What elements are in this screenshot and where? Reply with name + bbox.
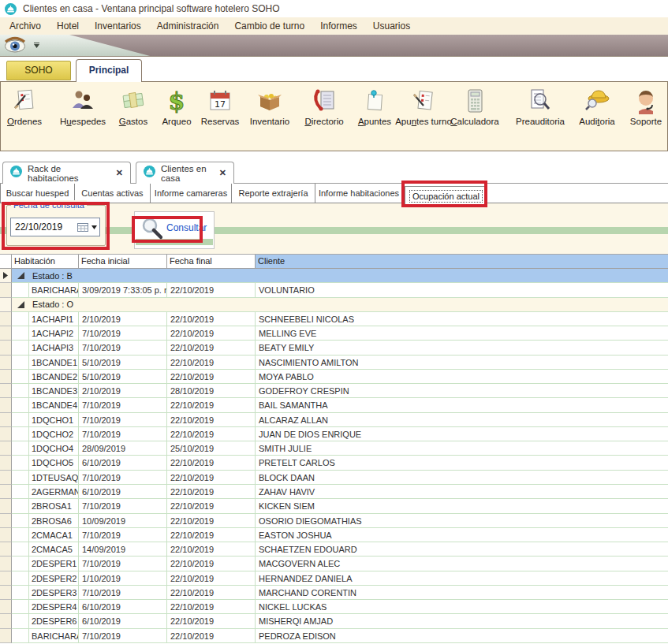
group-row[interactable]: Estado : O [0, 298, 668, 312]
menu-usuarios[interactable]: Usuarios [365, 18, 418, 34]
filter-panel: Fecha de consulta Consultar [0, 203, 668, 254]
table-row[interactable]: 2BROSA17/10/201922/10/2019KICKEN SIEM [0, 499, 668, 513]
group-row[interactable]: Estado : B [0, 269, 668, 283]
cell-fecha-final: 22/10/2019 [167, 514, 256, 528]
toolbar-item-apuntes-turno[interactable]: Apuntes turno [395, 87, 452, 126]
table-row[interactable]: 1BCANDE32/10/201928/10/2019GODEFROY CRES… [0, 384, 668, 398]
menu-cambio-de-turno[interactable]: Cambio de turno [226, 18, 312, 34]
cell-cliente: PEDROZA EDISON [256, 629, 668, 643]
doc-tab-rack-de-habitaciones[interactable]: Rack de habitaciones ✕ [2, 162, 131, 184]
cell-fecha-inicial: 7/10/2019 [79, 326, 167, 341]
row-indicator [0, 499, 12, 513]
tab-principal[interactable]: Principal [76, 59, 142, 82]
doc-tab-clientes-en-casa[interactable]: Clientes en casa ✕ [136, 162, 234, 184]
header-indicator-cell [0, 255, 12, 269]
table-row[interactable]: 1DQCHO428/09/201925/10/2019SMITH JULIE [0, 441, 668, 456]
table-row[interactable]: 2DESPER21/10/201922/10/2019HERNANDEZ DAN… [0, 571, 668, 586]
eye-view-button[interactable] [1, 35, 29, 55]
report-tab-informe-camareras[interactable]: Informe camareras [151, 184, 232, 203]
table-row[interactable]: 1ACHAPI37/10/201922/10/2019BEATY EMILY [0, 341, 668, 355]
cell-fecha-final: 22/10/2019 [167, 456, 256, 470]
toolbar-item-calculadora[interactable]: Calculadora [446, 87, 503, 126]
cell-cliente: GODEFROY CRESPIN [256, 384, 668, 398]
table-row[interactable]: 1DQCHO56/10/201922/10/2019PRETELT CARLOS [0, 456, 668, 470]
table-row[interactable]: 1DQCHO27/10/201922/10/2019JUAN DE DIOS E… [0, 427, 668, 441]
menu-administracion[interactable]: Administración [149, 18, 227, 34]
group-indent [12, 370, 29, 384]
table-row[interactable]: 1DTEUSAQ7/10/201922/10/2019BLOCK DAAN [0, 471, 668, 485]
menu-informes[interactable]: Informes [312, 18, 365, 34]
cell-fecha-inicial: 5/10/2019 [79, 370, 167, 384]
table-row[interactable]: 1ACHAPI12/10/201922/10/2019SCHNEEBELI NI… [0, 312, 668, 326]
cell-fecha-final: 22/10/2019 [167, 370, 256, 384]
table-row[interactable]: BARICHARA3/09/2019 7:33:05 p. m.22/10/20… [0, 283, 668, 297]
cell-habitacion: 1ACHAPI3 [29, 341, 79, 355]
close-icon[interactable]: ✕ [219, 168, 226, 178]
consultar-label: Consultar [166, 222, 207, 233]
toolbar-item-ordenes[interactable]: Ordenes [0, 87, 53, 126]
toolbar-item-inventario[interactable]: Inventario [241, 87, 298, 126]
toolbar-item-directorio[interactable]: Directorio [296, 87, 353, 126]
toolbar-item-huespedes[interactable]: Huespedes [54, 87, 111, 126]
consultar-button[interactable]: Consultar [134, 211, 215, 249]
cell-cliente: OSORIO DIEGOMATHIAS [256, 514, 668, 528]
close-icon[interactable]: ✕ [116, 168, 123, 178]
table-row[interactable]: 2DESPER17/10/201922/10/2019MACGOVERN ALE… [0, 557, 668, 571]
table-row[interactable]: 2CMACA17/10/201922/10/2019EASTON JOSHUA [0, 528, 668, 542]
report-tab-ocupacion-actual[interactable]: Ocupación actual [405, 186, 487, 205]
expand-icon[interactable] [17, 272, 24, 279]
toolbar-item-preauditoria[interactable]: Preauditoria [512, 87, 569, 126]
row-indicator [0, 370, 12, 384]
table-row[interactable]: 1BCANDE47/10/201922/10/2019BAIL SAMANTHA [0, 398, 668, 412]
cell-fecha-final: 22/10/2019 [167, 283, 256, 297]
cell-habitacion: 1DQCHO4 [29, 441, 79, 456]
cell-cliente: BEATY EMILY [256, 341, 668, 355]
expand-icon[interactable] [17, 301, 24, 308]
cell-habitacion: 1DQCHO2 [29, 427, 79, 441]
table-row[interactable]: 2DESPER46/10/201922/10/2019NICKEL LUCKAS [0, 600, 668, 614]
date-combo[interactable] [10, 218, 100, 236]
table-row[interactable]: 1DQCHO17/10/201922/10/2019ALCARAZ ALLAN [0, 413, 668, 427]
toolbar-item-soporte[interactable]: Soporte [618, 87, 668, 126]
menu-archivo[interactable]: Archivo [2, 18, 49, 34]
tab-soho[interactable]: SOHO [6, 61, 71, 80]
group-indent [12, 398, 29, 412]
column-header-habitacion[interactable]: Habitación [12, 255, 79, 269]
cell-cliente: JUAN DE DIOS ENRIQUE [256, 427, 668, 441]
row-indicator [0, 326, 12, 341]
column-header-cliente[interactable]: Cliente [256, 255, 668, 269]
toolbar-options-button[interactable] [30, 38, 43, 53]
toolbar-item-reservas[interactable]: 17Reservas [192, 87, 248, 126]
menu-hotel[interactable]: Hotel [49, 18, 87, 34]
table-row[interactable]: 2DESPER66/10/201922/10/2019MISHERQI AMJA… [0, 614, 668, 628]
cell-fecha-inicial: 7/10/2019 [79, 629, 167, 643]
date-input[interactable] [11, 221, 77, 233]
menu-inventarios[interactable]: Inventarios [87, 18, 149, 34]
cell-fecha-final: 22/10/2019 [167, 413, 256, 427]
table-row[interactable]: 2AGERMAN6/10/201922/10/2019ZAHAV HAVIV [0, 485, 668, 499]
cell-habitacion: 1DQCHO5 [29, 456, 79, 470]
calendar-icon[interactable] [77, 222, 88, 232]
cell-habitacion: 1BCANDE1 [29, 356, 79, 370]
report-tab-informe-habitaciones[interactable]: Informe habitaciones [315, 184, 403, 203]
eye-icon [3, 35, 27, 56]
cell-cliente: BLOCK DAAN [256, 471, 668, 485]
table-row[interactable]: 1BCANDE15/10/201922/10/2019NASCIMIENTO A… [0, 356, 668, 370]
dropdown-arrow-icon[interactable] [91, 218, 99, 236]
table-row[interactable]: BARICHARA7/10/201922/10/2019PEDROZA EDIS… [0, 629, 668, 643]
group-indent [12, 499, 29, 513]
table-row[interactable]: 1BCANDE25/10/201922/10/2019MOYA PABLO [0, 370, 668, 384]
table-row[interactable]: 2DESPER37/10/201922/10/2019MARCHAND CORE… [0, 586, 668, 600]
table-row[interactable]: 2BROSA610/09/201922/10/2019OSORIO DIEGOM… [0, 514, 668, 528]
table-row[interactable]: 1ACHAPI27/10/201922/10/2019MELLING EVE [0, 326, 668, 341]
row-indicator [0, 283, 12, 297]
cell-habitacion: 2CMACA5 [29, 542, 79, 557]
cell-cliente: MARCHAND CORENTIN [256, 586, 668, 600]
cell-habitacion: 2DESPER1 [29, 557, 79, 571]
table-row[interactable]: 2CMACA514/09/201922/10/2019SCHAETZEN EDO… [0, 542, 668, 557]
cell-fecha-inicial: 3/09/2019 7:33:05 p. m. [79, 283, 167, 297]
column-header-fecha-final[interactable]: Fecha final [167, 255, 256, 269]
column-header-fecha-inicial[interactable]: Fecha inicial [79, 255, 167, 269]
title-bar: Clientes en casa - Ventana principal sof… [0, 0, 668, 17]
report-tab-reporte-extrajeria[interactable]: Reporte extrajería [232, 184, 315, 203]
